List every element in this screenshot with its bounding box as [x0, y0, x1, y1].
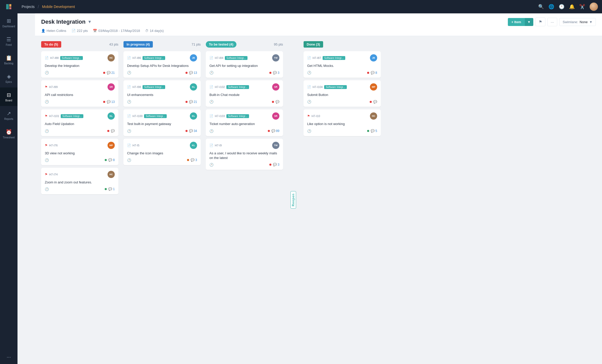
current-project-name[interactable]: Mobile Development [42, 5, 75, 9]
table-row[interactable]: 📄H7-I88Software Integr...HCDevelop the I… [41, 51, 118, 78]
reopen-button[interactable]: Reopen [290, 191, 296, 209]
card-footer: 🕐💬1 [45, 187, 115, 191]
card-header: ⚑H7-I99SR [45, 83, 115, 91]
card-comments: 💬3 [273, 163, 279, 166]
card-tag: Software Integr... [225, 56, 247, 60]
timesheet-icon: ⏰ [6, 129, 12, 135]
table-row[interactable]: 📄H7-I103Software Integr...SRTicket numbe… [206, 109, 283, 136]
story-icon: 📄 [127, 85, 131, 89]
card-id: H7-I76 [49, 144, 58, 147]
card-footer: 🕐💬 [45, 129, 115, 133]
card-header: 📄H7-I104Software Integr...MP [307, 83, 377, 91]
points-value: 222 pts [77, 29, 88, 33]
table-row[interactable]: ⚑H7-I74HCZoom in and zoom out features.🕐… [41, 168, 118, 194]
card-footer: 🕐💬21 [127, 100, 197, 104]
card-header: 📄H7-I5KL [127, 142, 197, 149]
clock-icon: 🕐 [45, 71, 49, 75]
page-header-top: Desk Integration ▼ + Item ▼ ⚑ ··· Swimla… [41, 17, 596, 26]
sidebar-more-button[interactable]: ··· [7, 354, 11, 360]
projects-link[interactable]: Projects [22, 5, 35, 9]
table-row[interactable]: ⚑H7-I101Software Integr...KLAuto Field U… [41, 109, 118, 136]
status-dot [187, 159, 189, 161]
sidebar-item-timesheet[interactable]: ⏰ Timesheet [0, 125, 17, 143]
avatar: TW [272, 142, 279, 149]
column-header-todo: To do (5)43 pts [41, 41, 118, 48]
card-header: ⚑H7-I101Software Integr...KL [45, 112, 115, 120]
card-id: H7-I99 [49, 85, 58, 88]
board-column-todo: To do (5)43 pts📄H7-I88Software Integr...… [41, 41, 118, 359]
search-icon[interactable]: 🔍 [538, 4, 544, 10]
card-footer: 🕐💬3 [209, 163, 279, 167]
card-title: UI enhancements [127, 93, 197, 97]
settings-icon[interactable]: ✂️ [579, 4, 585, 10]
table-row[interactable]: 📄H7-I98Software Integr...KLUI enhancemen… [123, 80, 201, 107]
card-title: Develop the Integration [45, 64, 115, 68]
card-header: ⚑H7-I74HC [45, 171, 115, 178]
bug-icon: ⚑ [45, 144, 48, 147]
sidebar-item-dashboard[interactable]: ⊞ Dashboard [0, 13, 17, 32]
user-avatar[interactable] [590, 3, 598, 11]
table-row[interactable]: 📄H7-I100Software Integr...KLTest built-i… [123, 109, 201, 136]
card-title: 3D view not working [45, 151, 115, 156]
table-row[interactable]: 📄H7-I84Software Integr...TWGet API for s… [206, 51, 283, 78]
cards-container-inprogress: 📄H7-I86Software Integr...JBDevelop Setup… [123, 51, 201, 359]
card-id: H7-I84 [215, 56, 223, 59]
meta-assignee: 👤 Helen Collins [41, 29, 66, 33]
more-options-button[interactable]: ··· [547, 18, 557, 26]
column-pts-tobetested: 95 pts [274, 42, 283, 46]
column-label-tobetested: To be tested (4) [206, 41, 236, 48]
sidebar-item-label: Dashboard [3, 25, 15, 28]
table-row[interactable]: 📄H7-I9TWAs a user, I would like to recei… [206, 139, 283, 170]
sidebar-item-reports[interactable]: ↗ Reports [0, 106, 17, 125]
bell-icon[interactable]: 🔔 [569, 4, 575, 10]
card-title: Built-in Chat module [209, 93, 279, 97]
cards-container-tobetested: 📄H7-I84Software Integr...TWGet API for s… [206, 51, 283, 359]
card-title: Get HTML Mocks. [307, 64, 377, 68]
avatar: HC [108, 171, 115, 178]
status-dot [269, 164, 271, 166]
card-title: Change the icon images [127, 151, 197, 156]
sidebar-item-label: Timesheet [3, 136, 15, 139]
table-row[interactable]: ⚑H7-I99SRAPI call restrictions🕐💬13 [41, 80, 118, 107]
table-row[interactable]: 📄H7-I87Software Integr...JBGet HTML Mock… [304, 51, 381, 78]
assignee-name: Helen Collins [47, 29, 66, 33]
table-row[interactable]: 📄H7-I86Software Integr...JBDevelop Setup… [123, 51, 201, 78]
story-icon: 📄 [209, 85, 213, 89]
comment-icon: 💬 [111, 129, 115, 133]
add-item-dropdown-button[interactable]: ▼ [525, 18, 533, 26]
swimlane-selector[interactable]: Swimlane: None ▼ [559, 18, 596, 26]
sidebar-item-feed[interactable]: ☰ Feed [0, 32, 17, 50]
globe-icon[interactable]: 🌐 [548, 4, 554, 10]
clock-icon: 🕐 [127, 158, 131, 162]
clock-icon[interactable]: 🕐 [559, 4, 564, 10]
swimlane-chevron-icon: ▼ [589, 20, 592, 24]
card-footer: 🕐💬13 [45, 100, 115, 104]
comment-icon: 💬 [273, 71, 277, 75]
card-comments: 💬13 [189, 71, 197, 75]
table-row[interactable]: 📄H7-I104Software Integr...MPSubmit Butto… [304, 80, 381, 107]
top-navigation: Projects / Mobile Development 🔍 🌐 🕐 🔔 ✂️ [17, 0, 602, 13]
clock-icon: 🕐 [45, 158, 49, 162]
table-row[interactable]: 📄H7-I5KLChange the icon images🕐💬3 [123, 139, 201, 165]
sidebar-item-epics[interactable]: ◈ Epics [0, 69, 17, 87]
card-id: H7-I102 [215, 85, 225, 88]
backlog-icon: 📋 [6, 55, 12, 61]
card-footer: 🕐💬3 [209, 71, 279, 75]
sidebar-item-backlog[interactable]: 📋 Backlog [0, 50, 17, 69]
comment-icon: 💬 [371, 71, 375, 75]
add-item-button[interactable]: + Item [508, 18, 525, 26]
sidebar-item-board[interactable]: ⊟ Board [0, 87, 17, 106]
card-comments: 💬89 [271, 129, 279, 133]
page-title-dropdown-icon[interactable]: ▼ [87, 20, 92, 24]
avatar: JB [190, 54, 197, 61]
avatar: HC [108, 54, 115, 61]
card-id: H7-I100 [132, 114, 143, 118]
table-row[interactable]: 📄H7-I102Software Integr...SRBuilt-in Cha… [206, 80, 283, 107]
card-footer: 🕐💬13 [127, 71, 197, 75]
table-row[interactable]: ⚑H7-I76MP3D view not working🕐💬8 [41, 139, 118, 165]
avatar: SR [272, 83, 279, 91]
filter-button[interactable]: ⚑ [535, 17, 545, 26]
card-title: Auto Field Updation [45, 122, 115, 126]
table-row[interactable]: ⚑H7-I10HCLike option is not working🕐💬5 [304, 109, 381, 136]
feed-icon: ☰ [6, 36, 11, 42]
